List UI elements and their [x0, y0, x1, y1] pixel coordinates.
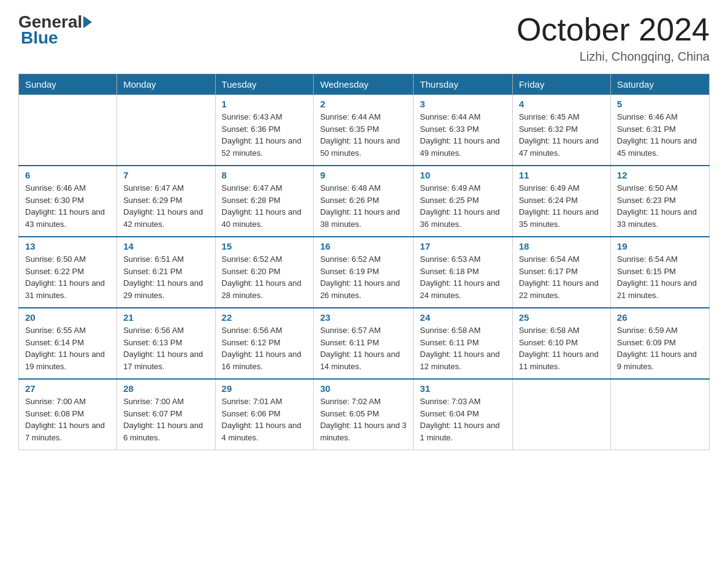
day-number: 16: [320, 241, 407, 251]
header-tuesday: Tuesday: [215, 74, 314, 95]
day-number: 12: [617, 170, 703, 180]
calendar-week-row: 1Sunrise: 6:43 AMSunset: 6:36 PMDaylight…: [19, 95, 710, 166]
day-number: 6: [25, 170, 110, 180]
header-friday: Friday: [512, 74, 610, 95]
day-info: Sunrise: 6:47 AMSunset: 6:28 PMDaylight:…: [222, 182, 308, 230]
location-text: Lizhi, Chongqing, China: [517, 50, 710, 64]
day-number: 21: [123, 312, 208, 323]
calendar-week-row: 6Sunrise: 6:46 AMSunset: 6:30 PMDaylight…: [19, 166, 710, 237]
table-row: 11Sunrise: 6:49 AMSunset: 6:24 PMDayligh…: [512, 166, 610, 237]
day-info: Sunrise: 7:02 AMSunset: 6:05 PMDaylight:…: [320, 396, 407, 443]
day-number: 4: [519, 99, 604, 109]
day-info: Sunrise: 6:49 AMSunset: 6:24 PMDaylight:…: [519, 182, 604, 230]
table-row: 18Sunrise: 6:54 AMSunset: 6:17 PMDayligh…: [512, 237, 610, 308]
day-number: 13: [25, 241, 110, 251]
day-number: 24: [420, 312, 506, 323]
table-row: 6Sunrise: 6:46 AMSunset: 6:30 PMDaylight…: [19, 166, 117, 237]
table-row: 19Sunrise: 6:54 AMSunset: 6:15 PMDayligh…: [610, 237, 709, 308]
table-row: 25Sunrise: 6:58 AMSunset: 6:10 PMDayligh…: [512, 308, 610, 379]
day-info: Sunrise: 6:54 AMSunset: 6:17 PMDaylight:…: [519, 253, 604, 301]
table-row: 9Sunrise: 6:48 AMSunset: 6:26 PMDaylight…: [314, 166, 414, 237]
day-number: 30: [320, 383, 407, 394]
day-number: 28: [123, 383, 208, 394]
table-row: 27Sunrise: 7:00 AMSunset: 6:08 PMDayligh…: [19, 379, 117, 450]
day-number: 11: [519, 170, 604, 180]
table-row: 1Sunrise: 6:43 AMSunset: 6:36 PMDaylight…: [215, 95, 314, 166]
table-row: 4Sunrise: 6:45 AMSunset: 6:32 PMDaylight…: [512, 95, 610, 166]
table-row: 2Sunrise: 6:44 AMSunset: 6:35 PMDaylight…: [314, 95, 414, 166]
table-row: 29Sunrise: 7:01 AMSunset: 6:06 PMDayligh…: [215, 379, 314, 450]
table-row: 10Sunrise: 6:49 AMSunset: 6:25 PMDayligh…: [414, 166, 512, 237]
day-number: 25: [519, 312, 604, 323]
table-row: 12Sunrise: 6:50 AMSunset: 6:23 PMDayligh…: [610, 166, 709, 237]
day-info: Sunrise: 6:46 AMSunset: 6:30 PMDaylight:…: [25, 182, 110, 230]
day-number: 29: [222, 383, 308, 394]
table-row: 21Sunrise: 6:56 AMSunset: 6:13 PMDayligh…: [117, 308, 215, 379]
calendar-table: Sunday Monday Tuesday Wednesday Thursday…: [18, 74, 710, 450]
table-row: 26Sunrise: 6:59 AMSunset: 6:09 PMDayligh…: [610, 308, 709, 379]
day-info: Sunrise: 6:58 AMSunset: 6:10 PMDaylight:…: [519, 324, 604, 372]
day-info: Sunrise: 6:44 AMSunset: 6:35 PMDaylight:…: [320, 111, 407, 159]
day-number: 31: [420, 383, 506, 394]
table-row: 16Sunrise: 6:52 AMSunset: 6:19 PMDayligh…: [314, 237, 414, 308]
logo: General Blue: [18, 12, 93, 48]
day-info: Sunrise: 7:01 AMSunset: 6:06 PMDaylight:…: [222, 396, 308, 443]
table-row: 14Sunrise: 6:51 AMSunset: 6:21 PMDayligh…: [117, 237, 215, 308]
table-row: 20Sunrise: 6:55 AMSunset: 6:14 PMDayligh…: [19, 308, 117, 379]
header-saturday: Saturday: [610, 74, 709, 95]
day-number: 26: [617, 312, 703, 323]
day-info: Sunrise: 6:44 AMSunset: 6:33 PMDaylight:…: [420, 111, 506, 159]
day-number: 10: [420, 170, 506, 180]
day-number: 9: [320, 170, 407, 180]
day-number: 3: [420, 99, 506, 109]
table-row: 5Sunrise: 6:46 AMSunset: 6:31 PMDaylight…: [610, 95, 709, 166]
calendar-week-row: 13Sunrise: 6:50 AMSunset: 6:22 PMDayligh…: [19, 237, 710, 308]
day-number: 5: [617, 99, 703, 109]
day-info: Sunrise: 6:52 AMSunset: 6:20 PMDaylight:…: [222, 253, 308, 301]
day-info: Sunrise: 6:54 AMSunset: 6:15 PMDaylight:…: [617, 253, 703, 301]
calendar-header-row: Sunday Monday Tuesday Wednesday Thursday…: [19, 74, 710, 95]
day-info: Sunrise: 6:50 AMSunset: 6:22 PMDaylight:…: [25, 253, 110, 301]
day-number: 22: [222, 312, 308, 323]
day-info: Sunrise: 6:48 AMSunset: 6:26 PMDaylight:…: [320, 182, 407, 230]
table-row: 30Sunrise: 7:02 AMSunset: 6:05 PMDayligh…: [314, 379, 414, 450]
day-info: Sunrise: 6:57 AMSunset: 6:11 PMDaylight:…: [320, 324, 407, 372]
table-row: 17Sunrise: 6:53 AMSunset: 6:18 PMDayligh…: [414, 237, 512, 308]
day-info: Sunrise: 7:00 AMSunset: 6:07 PMDaylight:…: [123, 396, 208, 443]
table-row: 13Sunrise: 6:50 AMSunset: 6:22 PMDayligh…: [19, 237, 117, 308]
page-header: General Blue October 2024 Lizhi, Chongqi…: [18, 12, 710, 64]
calendar-week-row: 27Sunrise: 7:00 AMSunset: 6:08 PMDayligh…: [19, 379, 710, 450]
day-info: Sunrise: 6:59 AMSunset: 6:09 PMDaylight:…: [617, 324, 703, 372]
day-number: 17: [420, 241, 506, 251]
header-thursday: Thursday: [414, 74, 512, 95]
day-info: Sunrise: 6:50 AMSunset: 6:23 PMDaylight:…: [617, 182, 703, 230]
day-number: 2: [320, 99, 407, 109]
day-number: 18: [519, 241, 604, 251]
table-row: 24Sunrise: 6:58 AMSunset: 6:11 PMDayligh…: [414, 308, 512, 379]
month-year-title: October 2024: [517, 12, 710, 47]
table-row: 15Sunrise: 6:52 AMSunset: 6:20 PMDayligh…: [215, 237, 314, 308]
table-row: [610, 379, 709, 450]
table-row: 31Sunrise: 7:03 AMSunset: 6:04 PMDayligh…: [414, 379, 512, 450]
day-info: Sunrise: 6:49 AMSunset: 6:25 PMDaylight:…: [420, 182, 506, 230]
day-number: 20: [25, 312, 110, 323]
day-info: Sunrise: 6:43 AMSunset: 6:36 PMDaylight:…: [222, 111, 308, 159]
header-monday: Monday: [117, 74, 215, 95]
day-number: 8: [222, 170, 308, 180]
table-row: 22Sunrise: 6:56 AMSunset: 6:12 PMDayligh…: [215, 308, 314, 379]
day-info: Sunrise: 6:47 AMSunset: 6:29 PMDaylight:…: [123, 182, 208, 230]
day-number: 27: [25, 383, 110, 394]
header-wednesday: Wednesday: [314, 74, 414, 95]
day-info: Sunrise: 6:52 AMSunset: 6:19 PMDaylight:…: [320, 253, 407, 301]
table-row: [512, 379, 610, 450]
day-number: 7: [123, 170, 208, 180]
day-info: Sunrise: 6:45 AMSunset: 6:32 PMDaylight:…: [519, 111, 604, 159]
table-row: 23Sunrise: 6:57 AMSunset: 6:11 PMDayligh…: [314, 308, 414, 379]
day-info: Sunrise: 6:55 AMSunset: 6:14 PMDaylight:…: [25, 324, 110, 372]
table-row: 7Sunrise: 6:47 AMSunset: 6:29 PMDaylight…: [117, 166, 215, 237]
day-info: Sunrise: 6:46 AMSunset: 6:31 PMDaylight:…: [617, 111, 703, 159]
day-info: Sunrise: 6:51 AMSunset: 6:21 PMDaylight:…: [123, 253, 208, 301]
logo-arrow-icon: [83, 16, 92, 28]
day-number: 19: [617, 241, 703, 251]
day-number: 15: [222, 241, 308, 251]
